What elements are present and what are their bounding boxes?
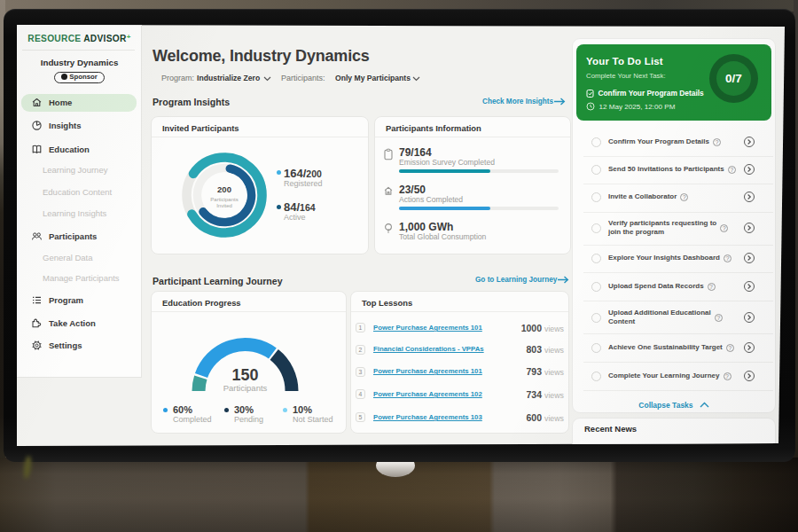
- svg-text:Invited: Invited: [216, 203, 232, 208]
- svg-text:Participants: Participants: [210, 197, 238, 202]
- svg-text:200: 200: [217, 184, 231, 194]
